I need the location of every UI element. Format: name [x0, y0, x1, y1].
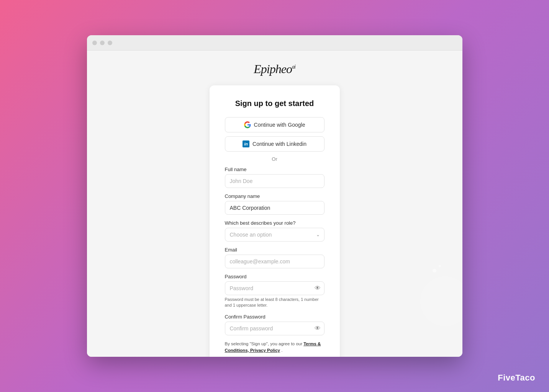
google-signin-button[interactable]: Continue with Google	[225, 117, 324, 132]
email-group: Email	[225, 247, 324, 268]
signup-title: Sign up to get started	[225, 99, 324, 108]
terms-text: By selecting "Sign up", you agree to our…	[225, 341, 324, 354]
app-logo: Epipheoai	[254, 62, 295, 76]
linkedin-icon: in	[243, 140, 249, 147]
browser-dot-yellow	[100, 41, 105, 45]
company-group: Company name	[225, 193, 324, 215]
confirm-password-input[interactable]	[225, 322, 324, 335]
deco-dot-large	[433, 269, 436, 273]
browser-dot-red	[92, 41, 97, 45]
email-label: Email	[225, 247, 324, 253]
confirm-password-group: Confirm Password 👁	[225, 314, 324, 335]
fullname-label: Full name	[225, 167, 324, 172]
password-toggle-icon[interactable]: 👁	[315, 285, 321, 292]
company-label: Company name	[225, 193, 324, 199]
company-input[interactable]	[225, 201, 324, 215]
email-input[interactable]	[225, 255, 324, 268]
role-select[interactable]: Choose an option Product Manager Enginee…	[225, 228, 324, 242]
logo-text: Epipheoai	[254, 62, 295, 76]
browser-content: Epipheoai Sign up to get started Continu…	[87, 51, 462, 357]
linkedin-signin-button[interactable]: in Continue with Linkedin	[225, 136, 324, 152]
confirm-password-wrapper: 👁	[225, 322, 324, 335]
signup-card: Sign up to get started Continue with Goo…	[210, 85, 340, 357]
password-hint: Password must be at least 8 characters, …	[225, 297, 324, 309]
google-icon	[244, 121, 251, 128]
role-label: Which best describes your role?	[225, 220, 324, 226]
role-select-wrapper: Choose an option Product Manager Enginee…	[225, 228, 324, 242]
deco-dot-small	[439, 265, 441, 267]
fivetaco-brand: FiveTaco	[498, 373, 535, 383]
fullname-group: Full name	[225, 167, 324, 188]
password-input[interactable]	[225, 281, 324, 295]
browser-toolbar	[87, 35, 462, 51]
confirm-password-toggle-icon[interactable]: 👁	[315, 325, 321, 332]
confirm-password-label: Confirm Password	[225, 314, 324, 320]
fullname-input[interactable]	[225, 174, 324, 188]
browser-dot-green	[108, 41, 112, 45]
or-divider: Or	[225, 156, 324, 162]
password-group: Password 👁 Password must be at least 8 c…	[225, 274, 324, 309]
password-wrapper: 👁	[225, 281, 324, 295]
browser-window: Epipheoai Sign up to get started Continu…	[87, 35, 462, 357]
role-group: Which best describes your role? Choose a…	[225, 220, 324, 242]
password-label: Password	[225, 274, 324, 279]
